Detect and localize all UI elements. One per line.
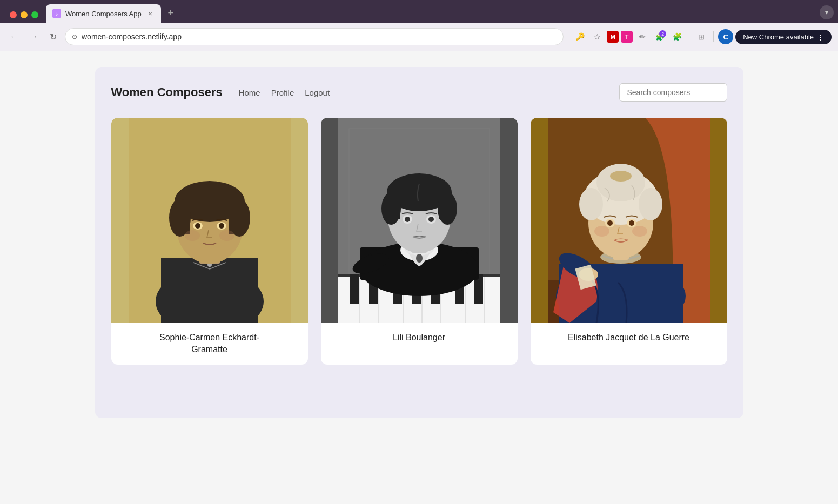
svg-point-79: [632, 226, 647, 237]
toolbar-icons: 🔑 ☆ M T ✏ 🧩 2 🧩 ⊞ C New Chrome available…: [572, 29, 832, 44]
profile-avatar-button[interactable]: C: [718, 29, 733, 44]
tab-label: Women Composers App: [65, 10, 142, 18]
close-button[interactable]: [10, 11, 17, 18]
tab-right-area: ▾: [180, 5, 834, 23]
extension-badge: 2: [659, 30, 666, 37]
tab-favicon: ♪: [52, 9, 61, 18]
maximize-button[interactable]: [31, 11, 38, 18]
svg-point-15: [219, 223, 224, 229]
minimize-button[interactable]: [21, 11, 28, 18]
svg-point-78: [594, 226, 609, 237]
svg-rect-49: [387, 192, 400, 219]
forward-button[interactable]: →: [26, 29, 41, 44]
extension-m-icon[interactable]: M: [607, 31, 619, 43]
svg-point-76: [607, 220, 613, 226]
svg-rect-23: [350, 274, 359, 304]
new-chrome-menu-icon: ⋮: [817, 33, 824, 41]
cast-icon[interactable]: ⊞: [694, 29, 709, 44]
nav-logout[interactable]: Logout: [305, 88, 330, 97]
new-chrome-label: New Chrome available: [743, 33, 814, 41]
address-bar-input-container: ⊙: [65, 28, 564, 45]
nav-profile[interactable]: Profile: [271, 88, 294, 97]
svg-point-16: [185, 230, 200, 241]
svg-point-53: [405, 217, 410, 222]
extension-t-icon[interactable]: T: [621, 31, 633, 43]
secure-icon: ⊙: [72, 33, 77, 41]
toolbar-separator-2: [713, 31, 714, 42]
svg-point-77: [629, 220, 634, 226]
toolbar-separator: [689, 31, 689, 42]
nav-home[interactable]: Home: [239, 88, 260, 97]
composer-portrait-0: [111, 118, 308, 323]
svg-rect-11: [229, 201, 243, 234]
svg-rect-10: [176, 201, 190, 234]
composer-name-0: Sophie-Carmen Eckhardt-Gramatte: [111, 323, 308, 365]
browser-window: ♪ Women Composers App ✕ + ▾ ← → ↻ ⊙ 🔑 ☆ …: [0, 0, 838, 504]
svg-point-71: [579, 188, 603, 220]
composer-card-1[interactable]: Lili Boulanger: [321, 118, 518, 365]
app-nav: Women Composers Home Profile Logout: [111, 83, 727, 102]
svg-point-14: [195, 223, 200, 229]
bookmark-icon[interactable]: ☆: [589, 29, 605, 44]
composer-portrait-1: [321, 118, 518, 323]
extension-puzzle-icon[interactable]: 🧩 2: [652, 29, 667, 44]
extension-icon[interactable]: 🧩: [669, 29, 685, 44]
address-input[interactable]: [82, 32, 557, 41]
app-title: Women Composers: [111, 85, 223, 99]
composer-card-2[interactable]: Elisabeth Jacquet de La Guerre: [531, 118, 727, 365]
search-container: [619, 83, 727, 102]
password-icon[interactable]: 🔑: [572, 29, 587, 44]
new-tab-button[interactable]: +: [163, 5, 178, 21]
back-button[interactable]: ←: [6, 29, 22, 44]
active-tab[interactable]: ♪ Women Composers App ✕: [46, 4, 161, 23]
nav-links: Home Profile Logout: [239, 88, 330, 97]
svg-point-17: [219, 230, 234, 241]
composer-name-2: Elisabeth Jacquet de La Guerre: [531, 323, 727, 352]
svg-point-44: [416, 254, 423, 263]
composer-card-0[interactable]: Sophie-Carmen Eckhardt-Gramatte: [111, 118, 308, 365]
svg-point-54: [428, 217, 434, 222]
reload-button[interactable]: ↻: [45, 29, 61, 44]
address-bar: ← → ↻ ⊙ 🔑 ☆ M T ✏ 🧩 2 🧩 ⊞ C New Chrome a…: [0, 23, 838, 51]
search-input[interactable]: [619, 83, 727, 102]
svg-point-70: [596, 164, 645, 201]
window-controls: [4, 11, 44, 23]
eyedropper-icon[interactable]: ✏: [635, 29, 650, 44]
new-chrome-button[interactable]: New Chrome available ⋮: [735, 30, 832, 44]
composer-name-1: Lili Boulanger: [321, 323, 518, 352]
composer-portrait-2: [531, 118, 727, 323]
composers-grid: Sophie-Carmen Eckhardt-Gramatte: [111, 118, 727, 365]
svg-point-72: [639, 188, 662, 220]
svg-point-73: [610, 171, 632, 182]
tab-bar: ♪ Women Composers App ✕ + ▾: [0, 0, 838, 23]
app-container: Women Composers Home Profile Logout: [95, 67, 743, 418]
page-content: Women Composers Home Profile Logout: [0, 51, 838, 504]
svg-rect-3: [161, 258, 258, 323]
tab-dropdown-button[interactable]: ▾: [820, 5, 834, 19]
tab-close-button[interactable]: ✕: [146, 9, 155, 18]
svg-rect-50: [439, 192, 452, 219]
